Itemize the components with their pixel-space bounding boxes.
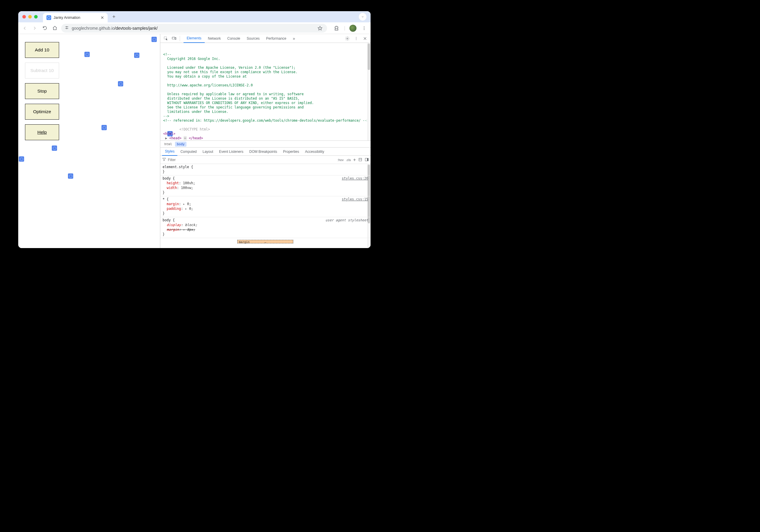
computed-styles-button[interactable]: [358, 157, 362, 162]
address-bar: googlechrome.github.io/devtools-samples/…: [18, 22, 371, 34]
svg-point-15: [356, 39, 356, 40]
svg-point-4: [67, 26, 67, 27]
maximize-window-button[interactable]: [34, 15, 38, 19]
omnibox[interactable]: googlechrome.github.io/devtools-samples/…: [61, 24, 327, 33]
browser-menu-button[interactable]: [360, 25, 368, 32]
breadcrumb-html[interactable]: html: [163, 142, 174, 147]
minimize-window-button[interactable]: [28, 15, 32, 19]
styles-pane[interactable]: element.style {}styles.css:20body {heigh…: [160, 164, 371, 248]
css-rule[interactable]: styles.css:15* {margin: ▸ 0;padding: ▸ 0…: [160, 196, 371, 217]
content-area: Add 10 Subtract 10 Stop Optimize Help El…: [18, 34, 371, 248]
svg-point-14: [356, 38, 356, 39]
site-settings-icon[interactable]: [65, 25, 69, 30]
css-rule[interactable]: element.style {}: [160, 164, 371, 175]
box-model[interactable]: margin–: [160, 238, 371, 244]
extensions-button[interactable]: [333, 25, 340, 32]
toggle-sidebar-button[interactable]: [365, 157, 369, 162]
devtools-tab-network[interactable]: Network: [205, 34, 224, 43]
breadcrumb-body[interactable]: body: [175, 142, 186, 147]
sprite-icon: [68, 173, 73, 179]
styles-tab-accessibility[interactable]: Accessibility: [302, 148, 327, 156]
breadcrumb: htmlbody: [160, 141, 371, 148]
stop-button[interactable]: Stop: [25, 83, 59, 99]
devtools-tab-console[interactable]: Console: [224, 34, 244, 43]
forward-button[interactable]: [31, 25, 38, 32]
devtools-tab-performance[interactable]: Performance: [263, 34, 290, 43]
filter-icon: [162, 157, 166, 162]
back-button[interactable]: [21, 25, 28, 32]
help-button[interactable]: Help: [25, 124, 59, 140]
devtools-tabbar: ElementsNetworkConsoleSourcesPerformance…: [160, 34, 371, 43]
styles-tab-dom-breakpoints[interactable]: DOM Breakpoints: [247, 148, 280, 156]
reload-button[interactable]: [41, 25, 48, 32]
svg-point-7: [364, 28, 364, 28]
styles-filter-input[interactable]: [168, 158, 336, 162]
sprite-icon: [84, 52, 90, 57]
sprite-icon: [102, 125, 107, 130]
close-tab-button[interactable]: ✕: [101, 15, 104, 20]
browser-window: Janky Animation ✕ + googlechrome.github.…: [18, 11, 371, 248]
tabs-dropdown-button[interactable]: [359, 13, 366, 21]
more-tabs-button[interactable]: »: [290, 35, 298, 42]
styles-tab-styles[interactable]: Styles: [162, 148, 178, 156]
controls-panel: Add 10 Subtract 10 Stop Optimize Help: [25, 42, 59, 140]
svg-point-12: [347, 38, 348, 39]
svg-point-6: [364, 26, 364, 27]
devtools-panel: ElementsNetworkConsoleSourcesPerformance…: [160, 34, 371, 248]
traffic-lights: [23, 15, 38, 19]
bookmark-button[interactable]: [316, 25, 323, 32]
expand-toggle[interactable]: ▶: [165, 136, 167, 140]
url-text: googlechrome.github.io/devtools-samples/…: [72, 26, 158, 30]
close-window-button[interactable]: [23, 15, 26, 19]
svg-rect-10: [172, 37, 175, 39]
css-rule[interactable]: styles.css:20body {height: 100vh;width: …: [160, 175, 371, 196]
ellipsis-icon[interactable]: ⋯: [183, 136, 187, 140]
elements-tree[interactable]: <!-- Copyright 2016 Google Inc. Licensed…: [160, 43, 371, 141]
doctype-node: <!DOCTYPE html>: [179, 127, 210, 131]
profile-button[interactable]: [350, 25, 356, 32]
devtools-settings-button[interactable]: [344, 35, 351, 42]
styles-tab-properties[interactable]: Properties: [280, 148, 302, 156]
html-node[interactable]: <html>: [163, 132, 175, 136]
devtools-tab-elements[interactable]: Elements: [183, 34, 205, 43]
sprite-icon: [19, 156, 24, 162]
rule-source-link: user agent stylesheet: [326, 218, 368, 223]
titlebar: Janky Animation ✕ +: [18, 11, 371, 22]
device-toolbar-button[interactable]: [170, 35, 178, 42]
sprite-icon: [52, 146, 57, 151]
browser-tab[interactable]: Janky Animation ✕: [43, 13, 108, 22]
styles-tabbar: StylesComputedLayoutEvent ListenersDOM B…: [160, 148, 371, 156]
rule-source-link[interactable]: styles.css:15: [342, 197, 368, 201]
devtools-close-button[interactable]: [361, 35, 369, 42]
sprite-icon: [152, 37, 157, 42]
styles-tab-computed[interactable]: Computed: [177, 148, 199, 156]
svg-point-8: [364, 29, 364, 30]
new-tab-button[interactable]: +: [110, 14, 118, 20]
svg-point-5: [67, 28, 67, 29]
home-button[interactable]: [51, 25, 58, 32]
chevron-down-icon: [361, 15, 364, 19]
tab-title: Janky Animation: [54, 16, 80, 20]
svg-rect-16: [359, 158, 361, 161]
add-button[interactable]: Add 10: [25, 42, 59, 58]
scrollbar[interactable]: [367, 43, 371, 141]
svg-point-13: [356, 37, 356, 37]
inspect-element-button[interactable]: [162, 35, 170, 42]
styles-tab-event-listeners[interactable]: Event Listeners: [216, 148, 247, 156]
sprite-icon: [118, 81, 123, 86]
subtract-button[interactable]: Subtract 10: [25, 63, 59, 78]
favicon-icon: [46, 15, 51, 20]
hover-toggle[interactable]: :hov: [337, 158, 344, 162]
cls-toggle[interactable]: .cls: [346, 158, 351, 162]
rendered-page: Add 10 Subtract 10 Stop Optimize Help: [18, 34, 160, 248]
head-node[interactable]: <head>: [169, 136, 182, 140]
devtools-menu-button[interactable]: [352, 35, 360, 42]
devtools-tab-sources[interactable]: Sources: [244, 34, 263, 43]
css-rule[interactable]: user agent stylesheetbody {display: bloc…: [160, 217, 371, 238]
rule-source-link[interactable]: styles.css:20: [342, 176, 368, 181]
new-style-rule-button[interactable]: +: [353, 157, 356, 162]
svg-rect-11: [175, 37, 176, 39]
optimize-button[interactable]: Optimize: [25, 104, 59, 120]
sprite-icon: [134, 53, 139, 58]
styles-tab-layout[interactable]: Layout: [200, 148, 216, 156]
